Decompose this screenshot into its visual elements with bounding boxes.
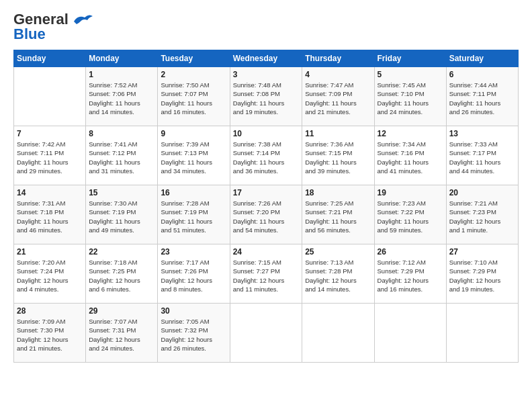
cell-date: 4 xyxy=(305,70,371,79)
calendar-cell xyxy=(14,67,86,126)
calendar-cell: 20Sunrise: 7:21 AMSunset: 7:23 PMDayligh… xyxy=(446,185,518,244)
cell-info: Sunrise: 7:13 AMSunset: 7:28 PMDaylight:… xyxy=(305,258,371,293)
calendar-cell: 23Sunrise: 7:17 AMSunset: 7:26 PMDayligh… xyxy=(158,244,230,304)
cell-info: Sunrise: 7:09 AMSunset: 7:30 PMDaylight:… xyxy=(17,317,83,353)
cell-date: 16 xyxy=(161,188,226,197)
calendar-cell: 22Sunrise: 7:18 AMSunset: 7:25 PMDayligh… xyxy=(86,244,158,304)
cell-info: Sunrise: 7:23 AMSunset: 7:22 PMDaylight:… xyxy=(378,199,443,234)
cell-date: 19 xyxy=(378,188,443,197)
cell-date: 28 xyxy=(17,306,83,316)
cell-info: Sunrise: 7:38 AMSunset: 7:14 PMDaylight:… xyxy=(233,140,300,175)
cell-date: 1 xyxy=(89,70,154,79)
weekday-header-monday: Monday xyxy=(86,50,158,67)
cell-date: 9 xyxy=(161,129,226,138)
cell-info: Sunrise: 7:21 AMSunset: 7:23 PMDaylight:… xyxy=(449,199,515,234)
cell-date: 26 xyxy=(378,247,443,257)
cell-info: Sunrise: 7:42 AMSunset: 7:11 PMDaylight:… xyxy=(17,140,83,175)
logo-bird-icon xyxy=(71,12,93,27)
calendar-cell: 4Sunrise: 7:47 AMSunset: 7:09 PMDaylight… xyxy=(302,67,374,126)
calendar-cell: 12Sunrise: 7:34 AMSunset: 7:16 PMDayligh… xyxy=(374,126,446,185)
weekday-header-wednesday: Wednesday xyxy=(230,50,302,67)
cell-info: Sunrise: 7:07 AMSunset: 7:31 PMDaylight:… xyxy=(89,317,154,353)
weekday-header-tuesday: Tuesday xyxy=(158,50,230,67)
cell-date: 14 xyxy=(17,188,83,197)
cell-info: Sunrise: 7:15 AMSunset: 7:27 PMDaylight:… xyxy=(233,258,300,293)
calendar-cell: 17Sunrise: 7:26 AMSunset: 7:20 PMDayligh… xyxy=(230,185,302,244)
calendar-cell: 7Sunrise: 7:42 AMSunset: 7:11 PMDaylight… xyxy=(14,126,86,185)
cell-date: 15 xyxy=(89,188,154,197)
cell-info: Sunrise: 7:26 AMSunset: 7:20 PMDaylight:… xyxy=(233,199,300,234)
cell-date: 17 xyxy=(233,188,300,197)
cell-date: 13 xyxy=(449,129,515,138)
cell-info: Sunrise: 7:45 AMSunset: 7:10 PMDaylight:… xyxy=(378,81,443,116)
cell-date: 10 xyxy=(233,129,300,138)
cell-info: Sunrise: 7:36 AMSunset: 7:15 PMDaylight:… xyxy=(305,140,371,175)
cell-date: 30 xyxy=(161,306,226,316)
calendar-cell: 5Sunrise: 7:45 AMSunset: 7:10 PMDaylight… xyxy=(374,67,446,126)
cell-date: 22 xyxy=(89,247,154,257)
cell-date: 2 xyxy=(161,70,226,79)
cell-date: 24 xyxy=(233,247,300,257)
calendar-cell: 21Sunrise: 7:20 AMSunset: 7:24 PMDayligh… xyxy=(14,244,86,304)
logo: General Blue xyxy=(13,11,93,43)
cell-date: 6 xyxy=(449,70,515,79)
calendar-cell: 2Sunrise: 7:50 AMSunset: 7:07 PMDaylight… xyxy=(158,67,230,126)
cell-info: Sunrise: 7:30 AMSunset: 7:19 PMDaylight:… xyxy=(89,199,154,234)
cell-info: Sunrise: 7:17 AMSunset: 7:26 PMDaylight:… xyxy=(161,258,226,293)
cell-info: Sunrise: 7:34 AMSunset: 7:16 PMDaylight:… xyxy=(378,140,443,175)
calendar-cell: 28Sunrise: 7:09 AMSunset: 7:30 PMDayligh… xyxy=(14,304,86,363)
cell-info: Sunrise: 7:39 AMSunset: 7:13 PMDaylight:… xyxy=(161,140,226,175)
cell-info: Sunrise: 7:25 AMSunset: 7:21 PMDaylight:… xyxy=(305,199,371,234)
cell-info: Sunrise: 7:20 AMSunset: 7:24 PMDaylight:… xyxy=(17,258,83,293)
calendar-week-1: 1Sunrise: 7:52 AMSunset: 7:06 PMDaylight… xyxy=(14,67,519,126)
cell-date: 29 xyxy=(89,306,154,316)
calendar-cell xyxy=(446,304,518,363)
calendar-cell: 30Sunrise: 7:05 AMSunset: 7:32 PMDayligh… xyxy=(158,304,230,363)
weekday-header-saturday: Saturday xyxy=(446,50,518,67)
calendar-cell xyxy=(374,304,446,363)
header: General Blue xyxy=(13,11,519,43)
calendar-cell: 11Sunrise: 7:36 AMSunset: 7:15 PMDayligh… xyxy=(302,126,374,185)
calendar-cell xyxy=(230,304,302,363)
calendar-week-5: 28Sunrise: 7:09 AMSunset: 7:30 PMDayligh… xyxy=(14,304,519,363)
calendar-cell: 8Sunrise: 7:41 AMSunset: 7:12 PMDaylight… xyxy=(86,126,158,185)
logo-blue: Blue xyxy=(13,26,46,43)
calendar-cell: 13Sunrise: 7:33 AMSunset: 7:17 PMDayligh… xyxy=(446,126,518,185)
calendar-cell: 18Sunrise: 7:25 AMSunset: 7:21 PMDayligh… xyxy=(302,185,374,244)
cell-info: Sunrise: 7:41 AMSunset: 7:12 PMDaylight:… xyxy=(89,140,154,175)
cell-info: Sunrise: 7:47 AMSunset: 7:09 PMDaylight:… xyxy=(305,81,371,116)
calendar-cell: 6Sunrise: 7:44 AMSunset: 7:11 PMDaylight… xyxy=(446,67,518,126)
cell-date: 21 xyxy=(17,247,83,257)
calendar-cell: 15Sunrise: 7:30 AMSunset: 7:19 PMDayligh… xyxy=(86,185,158,244)
calendar-cell: 25Sunrise: 7:13 AMSunset: 7:28 PMDayligh… xyxy=(302,244,374,304)
cell-info: Sunrise: 7:12 AMSunset: 7:29 PMDaylight:… xyxy=(378,258,443,293)
cell-info: Sunrise: 7:33 AMSunset: 7:17 PMDaylight:… xyxy=(449,140,515,175)
cell-info: Sunrise: 7:52 AMSunset: 7:06 PMDaylight:… xyxy=(89,81,154,116)
cell-date: 12 xyxy=(378,129,443,138)
page: General Blue SundayMondayTuesdayWednesda… xyxy=(0,0,532,411)
calendar-cell: 3Sunrise: 7:48 AMSunset: 7:08 PMDaylight… xyxy=(230,67,302,126)
cell-date: 3 xyxy=(233,70,300,79)
cell-date: 25 xyxy=(305,247,371,257)
calendar-cell: 24Sunrise: 7:15 AMSunset: 7:27 PMDayligh… xyxy=(230,244,302,304)
weekday-header-thursday: Thursday xyxy=(302,50,374,67)
cell-info: Sunrise: 7:31 AMSunset: 7:18 PMDaylight:… xyxy=(17,199,83,234)
cell-date: 18 xyxy=(305,188,371,197)
cell-info: Sunrise: 7:28 AMSunset: 7:19 PMDaylight:… xyxy=(161,199,226,234)
calendar-cell: 29Sunrise: 7:07 AMSunset: 7:31 PMDayligh… xyxy=(86,304,158,363)
calendar-cell: 10Sunrise: 7:38 AMSunset: 7:14 PMDayligh… xyxy=(230,126,302,185)
weekday-header-friday: Friday xyxy=(374,50,446,67)
calendar-cell: 9Sunrise: 7:39 AMSunset: 7:13 PMDaylight… xyxy=(158,126,230,185)
cell-info: Sunrise: 7:18 AMSunset: 7:25 PMDaylight:… xyxy=(89,258,154,293)
calendar-cell: 16Sunrise: 7:28 AMSunset: 7:19 PMDayligh… xyxy=(158,185,230,244)
cell-date: 5 xyxy=(378,70,443,79)
cell-date: 11 xyxy=(305,129,371,138)
cell-date: 23 xyxy=(161,247,226,257)
calendar-cell: 19Sunrise: 7:23 AMSunset: 7:22 PMDayligh… xyxy=(374,185,446,244)
calendar: SundayMondayTuesdayWednesdayThursdayFrid… xyxy=(13,50,519,363)
cell-info: Sunrise: 7:05 AMSunset: 7:32 PMDaylight:… xyxy=(161,317,226,353)
calendar-week-2: 7Sunrise: 7:42 AMSunset: 7:11 PMDaylight… xyxy=(14,126,519,185)
calendar-cell xyxy=(302,304,374,363)
cell-info: Sunrise: 7:50 AMSunset: 7:07 PMDaylight:… xyxy=(161,81,226,116)
cell-date: 8 xyxy=(89,129,154,138)
